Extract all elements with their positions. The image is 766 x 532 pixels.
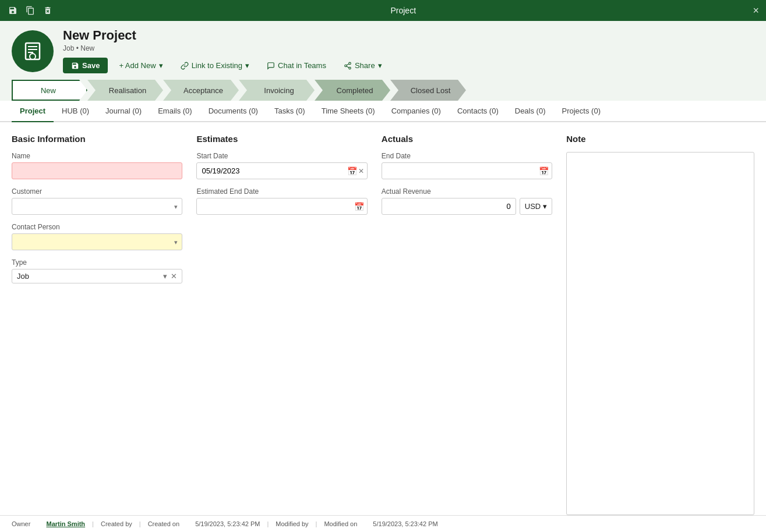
chat-in-teams-button[interactable]: Chat in Teams xyxy=(260,57,333,74)
save-button[interactable]: Save xyxy=(63,58,108,73)
contact-person-select-wrapper: ▾ xyxy=(12,233,182,250)
delete-icon[interactable] xyxy=(42,5,54,16)
title-bar: Project × xyxy=(0,0,766,21)
name-input[interactable] xyxy=(12,162,182,179)
tab-timesheets[interactable]: Time Sheets (0) xyxy=(313,101,383,122)
start-date-field-group: Start Date 📅 ✕ xyxy=(196,152,367,179)
currency-select[interactable]: USD ▾ xyxy=(520,198,552,215)
currency-chevron-icon[interactable]: ▾ xyxy=(543,202,547,211)
share-chevron: ▾ xyxy=(378,61,382,70)
contact-person-label: Contact Person xyxy=(12,223,182,231)
stage-bar: New Realisation Acceptance Invoicing Com… xyxy=(12,80,754,101)
header-area: New Project Job • New Save + Add New ▾ L… xyxy=(0,21,766,101)
clear-date-icon[interactable]: ✕ xyxy=(358,167,364,175)
header-actions: Save + Add New ▾ Link to Existing ▾ Chat… xyxy=(63,57,389,74)
title-bar-title: Project xyxy=(390,6,416,15)
estimated-end-date-input[interactable] xyxy=(196,198,367,215)
stage-closed-lost-label: Closed Lost xyxy=(411,86,451,95)
customer-select[interactable] xyxy=(12,198,182,215)
header-title: New Project xyxy=(63,28,389,43)
estimated-end-date-icons[interactable]: 📅 xyxy=(351,198,368,215)
add-new-label: + Add New xyxy=(119,61,156,70)
stage-invoicing[interactable]: Invoicing xyxy=(239,80,315,101)
start-date-label: Start Date xyxy=(196,152,367,160)
stage-completed[interactable]: Completed xyxy=(315,80,390,101)
contact-person-select[interactable] xyxy=(12,233,182,250)
end-date-icons[interactable]: 📅 xyxy=(535,162,552,179)
type-field-icons[interactable]: ▾ ✕ xyxy=(163,272,177,281)
svg-point-7 xyxy=(349,67,351,69)
stage-acceptance-label: Acceptance xyxy=(183,86,223,95)
type-field-group: Type Job ▾ ✕ xyxy=(12,258,182,283)
type-field[interactable]: Job ▾ ✕ xyxy=(12,269,182,283)
created-by-label: Created by xyxy=(101,520,132,527)
stage-acceptance[interactable]: Acceptance xyxy=(163,80,239,101)
modified-on-label: Modified on xyxy=(324,520,357,527)
add-new-chevron: ▾ xyxy=(159,61,163,70)
end-date-field-group: End Date 📅 xyxy=(382,152,552,179)
close-button[interactable]: × xyxy=(753,5,759,17)
stage-realisation[interactable]: Realisation xyxy=(87,80,163,101)
tab-deals[interactable]: Deals (0) xyxy=(507,101,554,122)
tab-contacts[interactable]: Contacts (0) xyxy=(449,101,507,122)
header-subtitle: Job • New xyxy=(63,44,389,52)
tab-tasks[interactable]: Tasks (0) xyxy=(266,101,313,122)
share-label: Share xyxy=(355,61,375,70)
estimated-end-date-field-group: Estimated End Date 📅 xyxy=(196,187,367,215)
tab-hub[interactable]: HUB (0) xyxy=(54,101,97,122)
name-label: Name xyxy=(12,152,182,160)
save-disk-icon[interactable] xyxy=(7,5,19,16)
tabs-bar: Project HUB (0) Journal (0) Emails (0) D… xyxy=(0,101,766,122)
stage-completed-label: Completed xyxy=(337,86,373,95)
stage-closed-lost[interactable]: Closed Lost xyxy=(390,80,466,101)
svg-point-4 xyxy=(30,54,36,59)
currency-value: USD xyxy=(525,202,541,211)
stage-new-label: New xyxy=(41,86,56,95)
actual-revenue-row: USD ▾ xyxy=(382,198,552,215)
copy-icon[interactable] xyxy=(24,5,36,16)
owner-label: Owner xyxy=(12,520,30,527)
share-button[interactable]: Share ▾ xyxy=(337,57,389,74)
customer-select-wrapper: ▾ xyxy=(12,198,182,215)
actuals-section: Actuals End Date 📅 Actual Revenue USD ▾ xyxy=(382,134,552,515)
main-content: Basic Information Name Customer ▾ Contac… xyxy=(0,122,766,515)
save-label: Save xyxy=(82,61,100,70)
end-date-input[interactable] xyxy=(382,162,552,179)
modified-on-value: 5/19/2023, 5:23:42 PM xyxy=(373,520,437,527)
name-field-group: Name xyxy=(12,152,182,179)
type-clear-icon[interactable]: ✕ xyxy=(171,272,177,281)
tab-journal[interactable]: Journal (0) xyxy=(97,101,150,122)
basic-info-section: Basic Information Name Customer ▾ Contac… xyxy=(12,134,182,515)
estimates-title: Estimates xyxy=(196,134,367,144)
tab-emails[interactable]: Emails (0) xyxy=(150,101,200,122)
svg-line-9 xyxy=(347,63,349,65)
stage-new[interactable]: New xyxy=(12,80,87,101)
calendar-icon[interactable]: 📅 xyxy=(347,166,357,176)
start-date-icons[interactable]: 📅 ✕ xyxy=(344,162,368,179)
note-textarea[interactable] xyxy=(566,152,754,515)
app-icon xyxy=(12,30,54,72)
stage-invoicing-label: Invoicing xyxy=(264,86,294,95)
tab-documents[interactable]: Documents (0) xyxy=(200,101,266,122)
note-title: Note xyxy=(566,134,754,144)
tab-companies[interactable]: Companies (0) xyxy=(383,101,449,122)
type-value: Job xyxy=(17,272,160,281)
end-calendar-icon[interactable]: 📅 xyxy=(539,166,549,176)
estimated-end-date-label: Estimated End Date xyxy=(196,187,367,196)
type-chevron-icon[interactable]: ▾ xyxy=(163,272,167,281)
header-top: New Project Job • New Save + Add New ▾ L… xyxy=(12,28,754,74)
actual-revenue-label: Actual Revenue xyxy=(382,187,552,196)
est-calendar-icon[interactable]: 📅 xyxy=(354,202,364,211)
link-to-existing-button[interactable]: Link to Existing ▾ xyxy=(174,57,256,74)
start-date-input[interactable] xyxy=(196,162,367,179)
tab-projects[interactable]: Projects (0) xyxy=(554,101,609,122)
estimates-section: Estimates Start Date 📅 ✕ Estimated End D… xyxy=(196,134,367,515)
basic-info-title: Basic Information xyxy=(12,134,182,144)
estimated-end-date-wrapper: 📅 xyxy=(196,198,367,215)
actual-revenue-input[interactable] xyxy=(382,198,516,215)
add-new-button[interactable]: + Add New ▾ xyxy=(112,57,169,74)
tab-project[interactable]: Project xyxy=(12,101,54,122)
customer-label: Customer xyxy=(12,187,182,196)
owner-name[interactable]: Martin Smith xyxy=(46,520,85,527)
contact-person-field-group: Contact Person ▾ xyxy=(12,223,182,250)
